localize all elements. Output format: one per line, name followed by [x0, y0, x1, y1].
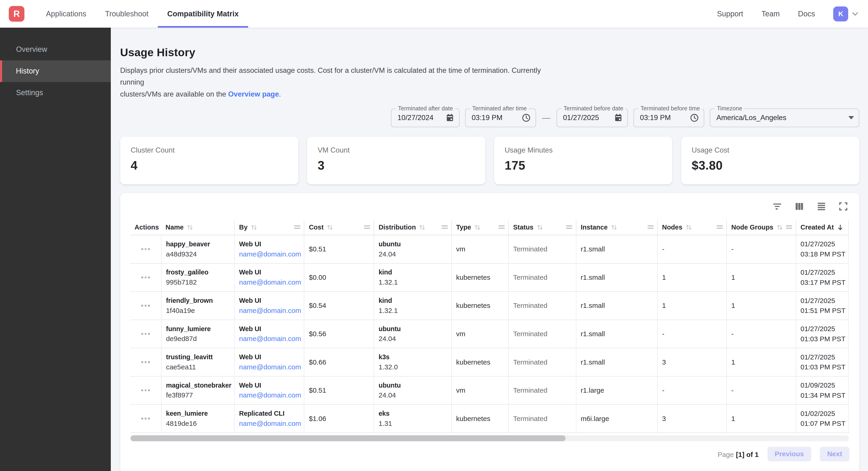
instance-value: r1.small: [581, 273, 653, 282]
email-link[interactable]: name@domain.com: [239, 250, 300, 258]
cell-line-2: de9ed87d: [166, 335, 230, 343]
user-avatar[interactable]: K: [833, 6, 848, 22]
cell-line-2: 24.04: [379, 250, 447, 258]
nav-link-docs[interactable]: Docs: [798, 10, 815, 18]
terminated-before-date-field[interactable]: Terminated before date01/27/2025: [557, 109, 628, 127]
density-icon[interactable]: [816, 201, 827, 212]
column-label: Node Groups: [732, 224, 774, 231]
dropdown-arrow-icon[interactable]: [844, 116, 854, 119]
column-menu-icon[interactable]: [566, 225, 572, 230]
column-menu-icon[interactable]: [647, 225, 654, 230]
cell-line-1: kind: [379, 297, 447, 304]
email-link[interactable]: name@domain.com: [239, 363, 300, 371]
actions-dot: [145, 248, 147, 250]
nodes-value: 1: [662, 273, 722, 282]
columns-icon[interactable]: [794, 201, 805, 212]
column-menu-icon[interactable]: [364, 225, 370, 230]
column-header-distribution[interactable]: Distribution: [374, 220, 451, 235]
column-header-by[interactable]: By: [234, 220, 304, 235]
email-link[interactable]: name@domain.com: [239, 420, 300, 428]
clock-icon[interactable]: [517, 113, 530, 122]
column-menu-icon[interactable]: [786, 225, 793, 230]
sidebar-item-settings[interactable]: Settings: [0, 82, 111, 104]
row-actions-button[interactable]: [130, 292, 161, 320]
created-time: 01:03 PM PST: [801, 335, 844, 343]
account-menu[interactable]: K: [833, 6, 859, 22]
horizontal-scrollbar[interactable]: [130, 435, 849, 441]
column-header-cost[interactable]: Cost: [304, 220, 374, 235]
email-link[interactable]: name@domain.com: [239, 391, 300, 399]
calendar-icon[interactable]: [441, 114, 454, 122]
cell-type: vm: [451, 320, 508, 348]
column-menu-icon[interactable]: [294, 225, 301, 230]
sort-arrows-icon: [250, 224, 257, 231]
overview-page-link[interactable]: Overview page: [228, 90, 279, 98]
cost-value: $0.66: [309, 358, 369, 366]
column-menu-icon[interactable]: [498, 225, 505, 230]
cell-name: magical_stonebrakerfe3f8977: [161, 377, 234, 404]
column-label: Actions: [134, 224, 159, 231]
row-actions-button[interactable]: [130, 320, 161, 348]
cell-node-groups: -: [726, 377, 796, 404]
row-actions-button[interactable]: [130, 264, 161, 292]
terminated-before-time-field[interactable]: Terminated before time03:19 PM: [633, 109, 705, 127]
terminated-after-date-field[interactable]: Terminated after date10/27/2024: [391, 109, 460, 127]
cell-line-2: 1.31: [379, 420, 447, 428]
clock-icon[interactable]: [686, 113, 699, 122]
email-link[interactable]: name@domain.com: [239, 335, 300, 343]
scrollbar-thumb[interactable]: [131, 435, 565, 441]
cell-line-2: 1.32.1: [379, 307, 447, 315]
row-actions-button[interactable]: [130, 348, 161, 376]
table-row: friendly_brown1f40a19eWeb UIname@domain.…: [130, 292, 849, 320]
cell-status: Terminated: [508, 405, 576, 433]
column-header-nodes[interactable]: Nodes: [657, 220, 726, 235]
stat-value: 3: [318, 158, 475, 172]
column-header-actions[interactable]: Actions: [130, 220, 161, 235]
cost-value: $0.56: [309, 330, 369, 338]
timezone-field[interactable]: TimezoneAmerica/Los_Angeles: [710, 109, 859, 127]
cell-line-2: a48d9324: [166, 250, 230, 258]
column-header-created-at[interactable]: Created At: [796, 220, 849, 235]
column-header-status[interactable]: Status: [508, 220, 576, 235]
cell-created-at: 01/27/202503:18 PM PST: [796, 235, 849, 263]
column-header-node-groups[interactable]: Node Groups: [726, 220, 796, 235]
row-actions-button[interactable]: [130, 405, 161, 433]
created-date: 01/27/2025: [801, 297, 844, 305]
column-header-type[interactable]: Type: [451, 220, 508, 235]
created-date: 01/27/2025: [801, 325, 844, 333]
description-period: .: [279, 90, 281, 98]
sort-arrows-icon: [327, 224, 334, 231]
tab-troubleshoot[interactable]: Troubleshoot: [96, 0, 158, 28]
cell-line-1: k3s: [379, 353, 447, 361]
row-actions-button[interactable]: [130, 235, 161, 263]
sidebar-item-history[interactable]: History: [0, 60, 111, 82]
next-page-button[interactable]: Next: [820, 447, 849, 461]
email-link[interactable]: name@domain.com: [239, 278, 300, 286]
nav-link-team[interactable]: Team: [761, 10, 779, 18]
email-link[interactable]: name@domain.com: [239, 307, 300, 315]
column-menu-icon[interactable]: [716, 225, 723, 230]
calendar-icon[interactable]: [610, 114, 622, 122]
cell-line-2: fe3f8977: [166, 391, 230, 399]
previous-page-button[interactable]: Previous: [768, 447, 811, 461]
stat-cards-row: Cluster Count4VM Count3Usage Minutes175U…: [120, 137, 860, 184]
sidebar-item-overview[interactable]: Overview: [0, 39, 111, 60]
fullscreen-icon[interactable]: [838, 201, 848, 211]
page-info: [1] of 1: [736, 451, 758, 458]
usage-table: ActionsNameByCostDistributionTypeStatusI…: [130, 220, 849, 433]
replicated-logo[interactable]: R: [9, 6, 24, 22]
column-label: Created At: [801, 224, 834, 231]
filter-icon[interactable]: [772, 201, 782, 212]
type-value: vm: [456, 245, 504, 253]
terminated-after-time-field[interactable]: Terminated after time03:19 PM: [465, 109, 536, 127]
cell-name: trusting_leavittcae5ea11: [161, 348, 234, 376]
tab-applications[interactable]: Applications: [37, 0, 96, 28]
column-label: Nodes: [662, 224, 682, 231]
tab-compatibility-matrix[interactable]: Compatibility Matrix: [158, 0, 248, 28]
column-menu-icon[interactable]: [441, 225, 448, 230]
column-header-name[interactable]: Name: [161, 220, 234, 235]
actions-dot: [141, 276, 143, 278]
column-header-instance[interactable]: Instance: [576, 220, 657, 235]
row-actions-button[interactable]: [130, 377, 161, 404]
nav-link-support[interactable]: Support: [717, 10, 743, 18]
